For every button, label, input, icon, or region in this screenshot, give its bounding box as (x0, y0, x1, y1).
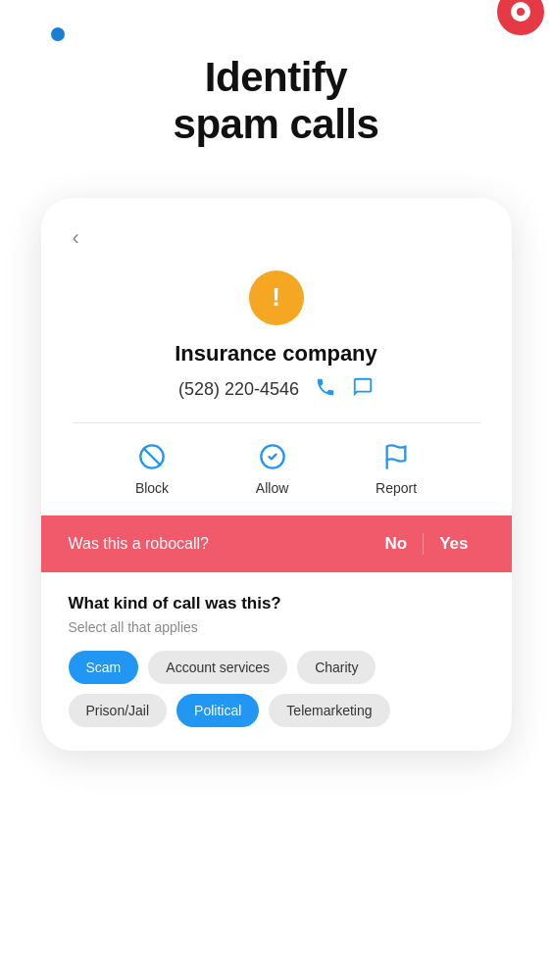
call-kind-tag-4[interactable]: Political (176, 694, 259, 727)
call-kind-tag-5[interactable]: Telemarketing (269, 694, 389, 727)
call-icon[interactable] (315, 376, 336, 403)
action-row: Block Allow (73, 443, 480, 496)
message-icon[interactable] (352, 376, 374, 403)
back-button[interactable]: ‹ (73, 225, 79, 251)
robocall-no-button[interactable]: No (370, 534, 424, 554)
call-kind-tag-0[interactable]: Scam (69, 651, 139, 684)
robocall-yes-button[interactable]: Yes (424, 534, 483, 554)
call-kind-tag-2[interactable]: Charity (297, 651, 376, 684)
warning-icon-wrap: ! (73, 270, 480, 325)
blue-dot-decoration (51, 27, 65, 41)
warning-symbol: ! (272, 284, 280, 310)
call-kind-subtitle: Select all that applies (69, 619, 484, 635)
block-action[interactable]: Block (135, 443, 169, 496)
call-kind-tag-1[interactable]: Account services (148, 651, 287, 684)
call-kind-tag-3[interactable]: Prison/Jail (69, 694, 168, 727)
block-label: Block (135, 480, 169, 496)
caller-number-row: (528) 220-4546 (73, 376, 480, 403)
report-icon (382, 443, 410, 474)
warning-icon: ! (249, 270, 304, 325)
report-label: Report (376, 480, 417, 496)
block-icon (138, 443, 166, 474)
svg-line-1 (144, 448, 160, 464)
call-kind-section: What kind of call was this? Select all t… (41, 572, 512, 751)
caller-number: (528) 220-4546 (178, 379, 299, 400)
phone-card: ‹ ! Insurance company (528) 220-4546 (41, 198, 512, 751)
robocall-question: Was this a robocall? (69, 535, 209, 553)
page-title: Identify spam calls (174, 54, 379, 149)
robocall-banner: Was this a robocall? No Yes (41, 515, 512, 572)
allow-action[interactable]: Allow (256, 443, 288, 496)
allow-label: Allow (256, 480, 288, 496)
allow-icon (259, 443, 286, 474)
app-logo (493, 0, 552, 59)
call-kind-title: What kind of call was this? (69, 594, 484, 613)
robocall-answers: No Yes (370, 533, 484, 555)
report-action[interactable]: Report (376, 443, 417, 496)
page-wrapper: Identify spam calls ‹ ! Insurance compan… (0, 0, 552, 980)
tag-grid: ScamAccount servicesCharityPrison/JailPo… (69, 651, 484, 727)
caller-name: Insurance company (73, 341, 480, 367)
divider (73, 422, 480, 423)
